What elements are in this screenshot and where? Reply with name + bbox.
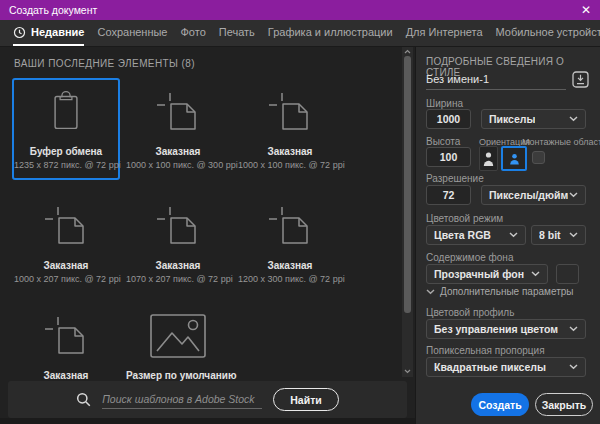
width-input[interactable] [426, 109, 471, 129]
pixel-aspect-select[interactable]: Квадратные пикселы [426, 357, 586, 377]
tab-label: Мобильное устройство [496, 26, 600, 38]
recent-item-title: Заказная [14, 370, 118, 381]
artboards-checkbox[interactable] [532, 151, 545, 164]
close-icon[interactable]: ✕ [581, 4, 591, 16]
resolution-input[interactable] [426, 185, 471, 205]
recent-item-size: 1000 x 100 пикс. @ 300 ppi [126, 160, 230, 170]
image-icon [126, 309, 230, 363]
document-name-input[interactable] [426, 72, 566, 90]
bit-depth-select[interactable]: 8 bit [531, 225, 586, 245]
chevron-down-icon [569, 232, 578, 238]
width-unit-value: Пикселы [489, 113, 535, 125]
height-label: Высота [426, 136, 460, 147]
tab-label: Графика и иллюстрации [268, 26, 393, 38]
recent-item-title: Заказная [126, 260, 230, 271]
recent-item-size: 1070 x 207 пикс. @ 72 ppi [126, 274, 230, 284]
orientation-landscape-button[interactable] [501, 146, 527, 171]
background-select[interactable]: Прозрачный фон [426, 264, 548, 284]
color-mode-label: Цветовой режим [426, 213, 503, 224]
recent-item-clipboard[interactable]: Буфер обмена 1235 x 872 пикс. @ 72 ppi [12, 78, 120, 180]
clipboard-icon [14, 85, 118, 139]
recent-item-custom-1[interactable]: Заказная 1000 x 100 пикс. @ 300 ppi [124, 78, 232, 180]
tab-mobile[interactable]: Мобильное устройство [496, 20, 600, 46]
recent-item-custom-5[interactable]: Заказная 1200 x 300 пикс. @ 72 ppi [236, 192, 344, 294]
custom-document-icon [238, 85, 342, 139]
chevron-down-icon [509, 232, 518, 238]
tabbar: Недавние Сохраненные Фото Печать Графика… [0, 20, 600, 47]
recent-item-size: 1200 x 300 пикс. @ 72 ppi [238, 274, 342, 284]
recent-item-title: Заказная [126, 146, 230, 157]
resolution-unit-value: Пикселы/дюйм [489, 189, 568, 201]
recent-item-custom-2[interactable]: Заказная 1000 x 100 пикс. @ 72 ppi [236, 78, 344, 180]
background-color-swatch[interactable] [556, 264, 579, 284]
tab-photo[interactable]: Фото [181, 20, 206, 46]
recent-item-title: Заказная [14, 260, 118, 271]
scroll-down-icon[interactable] [404, 369, 411, 375]
recent-item-default-size[interactable]: Размер по умолчанию [124, 302, 232, 390]
tab-recent[interactable]: Недавние [13, 20, 84, 46]
tab-label: Сохраненные [97, 26, 167, 38]
chevron-down-icon [569, 192, 578, 198]
portrait-person-icon [483, 151, 494, 167]
tab-print[interactable]: Печать [219, 20, 255, 46]
recent-item-custom-4[interactable]: Заказная 1070 x 207 пикс. @ 72 ppi [124, 192, 232, 294]
vertical-scrollbar[interactable] [402, 47, 413, 377]
custom-document-icon [126, 85, 230, 139]
preset-details-panel: ПОДРОБНЫЕ СВЕДЕНИЯ О СТИЛЕ Ширина Пиксел… [415, 47, 600, 424]
search-icon [76, 392, 91, 407]
scrollbar-thumb[interactable] [404, 56, 411, 313]
tab-art-illustration[interactable]: Графика и иллюстрации [268, 20, 393, 46]
background-label: Содержимое фона [426, 252, 513, 263]
save-preset-button[interactable] [571, 71, 590, 90]
recent-items-header: ВАШИ ПОСЛЕДНИЕ ЭЛЕМЕНТЫ (8) [14, 58, 195, 69]
tab-label: Для Интернета [406, 26, 483, 38]
advanced-options-label: Дополнительные параметры [440, 286, 573, 297]
dialog-title: Создать документ [9, 4, 97, 16]
resolution-unit-select[interactable]: Пикселы/дюйм [481, 185, 586, 205]
custom-document-icon [14, 199, 118, 253]
chevron-down-icon [569, 326, 578, 332]
close-button[interactable]: Закрыть [535, 393, 593, 416]
background-value: Прозрачный фон [434, 268, 524, 280]
clock-icon [13, 26, 26, 39]
recent-item-size: 1235 x 872 пикс. @ 72 ppi [14, 160, 118, 170]
recent-item-custom-6[interactable]: Заказная [12, 302, 120, 390]
width-label: Ширина [426, 98, 463, 109]
scroll-up-icon[interactable] [404, 49, 411, 55]
width-unit-select[interactable]: Пикселы [481, 109, 586, 129]
recent-item-title: Буфер обмена [14, 146, 118, 157]
recent-item-title: Заказная [238, 146, 342, 157]
tab-web[interactable]: Для Интернета [406, 20, 483, 46]
color-profile-label: Цветовой профиль [426, 307, 514, 318]
custom-document-icon [238, 199, 342, 253]
recent-item-title: Заказная [238, 260, 342, 271]
color-profile-select[interactable]: Без управления цветом [426, 319, 586, 339]
recent-item-size: 1000 x 207 пикс. @ 72 ppi [14, 274, 118, 284]
chevron-down-icon [569, 116, 578, 122]
search-button[interactable]: Найти [273, 388, 338, 411]
tab-saved[interactable]: Сохраненные [97, 20, 167, 46]
pixel-aspect-label: Попиксельная пропорция [426, 345, 545, 356]
advanced-options-toggle[interactable]: Дополнительные параметры [426, 286, 573, 297]
tab-label: Фото [181, 26, 206, 38]
create-button[interactable]: Создать [471, 393, 529, 416]
color-mode-select[interactable]: Цвета RGB [426, 225, 526, 245]
bit-depth-value: 8 bit [539, 229, 561, 241]
custom-document-icon [126, 199, 230, 253]
footer-band [0, 418, 415, 424]
artboards-label: Монтажные области [522, 137, 600, 147]
create-document-dialog: Создать документ ✕ Недавние Сохраненные … [0, 0, 600, 424]
search-input[interactable] [102, 391, 262, 409]
color-mode-value: Цвета RGB [434, 229, 491, 241]
tab-label: Печать [219, 26, 255, 38]
pixel-aspect-value: Квадратные пикселы [434, 361, 546, 373]
titlebar: Создать документ ✕ [0, 0, 600, 20]
tab-label: Недавние [31, 26, 84, 38]
download-icon [572, 71, 589, 88]
chevron-down-icon [531, 271, 540, 277]
orientation-portrait-button[interactable] [479, 146, 498, 171]
chevron-down-icon [569, 364, 578, 370]
recent-item-title: Размер по умолчанию [126, 370, 230, 381]
recent-item-custom-3[interactable]: Заказная 1000 x 207 пикс. @ 72 ppi [12, 192, 120, 294]
height-input[interactable] [426, 147, 471, 167]
